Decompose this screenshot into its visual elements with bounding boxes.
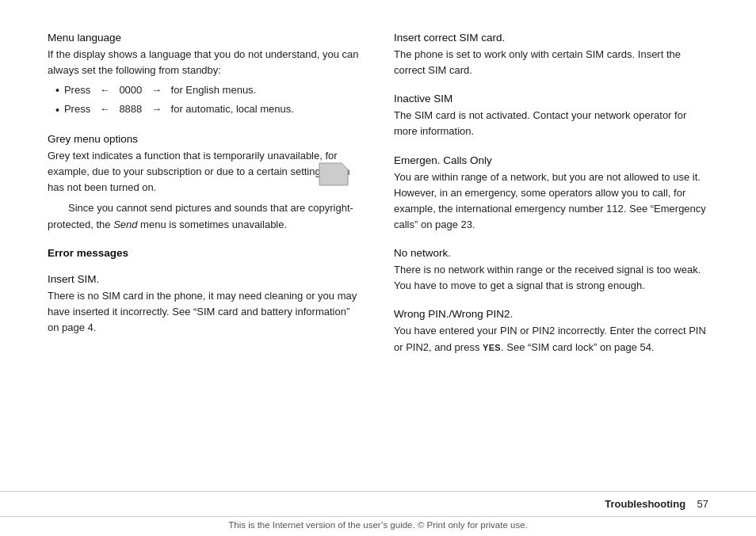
arrow-left-2: ← [100, 101, 110, 118]
error-messages-title: Error messages [48, 247, 362, 259]
section-wrong-pin: Wrong PIN./Wrong PIN2. You have entered … [394, 308, 708, 355]
wrong-pin-body: You have entered your PIN or PIN2 incorr… [394, 323, 708, 355]
emergen-calls-body: You are within range of a network, but y… [394, 169, 708, 234]
menu-language-title: Menu language [48, 32, 362, 44]
insert-correct-sim-title: Insert correct SIM card. [394, 32, 708, 44]
bullet-press-1: Press [64, 82, 90, 99]
bullet-suffix-2: for automatic, local menus. [171, 101, 294, 118]
arrow-right-1: → [151, 82, 162, 99]
section-menu-language: Menu language If the display shows a lan… [48, 32, 362, 119]
insert-correct-sim-body: The phone is set to work only with certa… [394, 47, 708, 78]
arrow-left-1: ← [100, 82, 110, 99]
left-column: Menu language If the display shows a lan… [48, 32, 362, 475]
menu-language-body: If the display shows a language that you… [48, 47, 362, 119]
inactive-sim-body: The SIM card is not activated. Contact y… [394, 108, 708, 139]
main-area: Menu language If the display shows a lan… [0, 0, 756, 491]
inactive-sim-title: Inactive SIM [394, 93, 708, 105]
bullet-press-2: Press [64, 101, 90, 118]
yes-label: YES [483, 343, 501, 352]
grey-menu-body2: Since you cannot send pictures and sound… [48, 200, 362, 232]
section-no-network: No network. There is no network within r… [394, 247, 708, 294]
bullet-suffix-1: for English menus. [171, 82, 257, 99]
section-emergen-calls: Emergen. Calls Only You are within range… [394, 154, 708, 234]
grey-sim-icon [313, 157, 354, 188]
bullet-item-english: • Press ← 0000 → for English menus. [55, 82, 362, 99]
internet-notice: This is the Internet version of the user… [228, 520, 528, 530]
footer-page: 57 [697, 498, 708, 510]
footer-section: Troubleshooting [605, 498, 685, 510]
insert-sim-body: There is no SIM card in the phone, it ma… [48, 288, 362, 336]
section-inactive-sim: Inactive SIM The SIM card is not activat… [394, 93, 708, 139]
wrong-pin-title: Wrong PIN./Wrong PIN2. [394, 308, 708, 320]
bullet-code-1: 0000 [119, 82, 142, 99]
section-insert-sim: Insert SIM. There is no SIM card in the … [48, 273, 362, 336]
right-column: Insert correct SIM card. The phone is se… [394, 32, 708, 475]
section-error-messages: Error messages [48, 247, 362, 259]
bullet-dot-1: • [55, 82, 59, 99]
footer-right: Troubleshooting 57 [605, 498, 708, 510]
no-network-title: No network. [394, 247, 708, 259]
footer-bottom: This is the Internet version of the user… [0, 516, 756, 536]
menu-language-bullets: • Press ← 0000 → for English menus. • Pr… [48, 82, 362, 119]
emergen-calls-title: Emergen. Calls Only [394, 154, 708, 166]
bullet-item-auto: • Press ← 8888 → for automatic, local me… [55, 101, 362, 119]
section-grey-menu: Grey menu options Grey text indicates a … [48, 133, 362, 233]
page: Menu language If the display shows a lan… [0, 0, 756, 536]
insert-sim-title: Insert SIM. [48, 273, 362, 285]
bullet-dot-2: • [55, 101, 59, 119]
grey-menu-title: Grey menu options [48, 133, 362, 145]
send-italic: Send [113, 219, 137, 230]
arrow-right-2: → [151, 101, 162, 118]
footer-bar: Troubleshooting 57 [0, 491, 756, 516]
bullet-code-2: 8888 [119, 101, 142, 118]
wrong-pin-body2: . See “SIM card lock” on page 54. [501, 341, 655, 353]
no-network-body: There is no network within range or the … [394, 262, 708, 294]
section-insert-correct-sim: Insert correct SIM card. The phone is se… [394, 32, 708, 78]
